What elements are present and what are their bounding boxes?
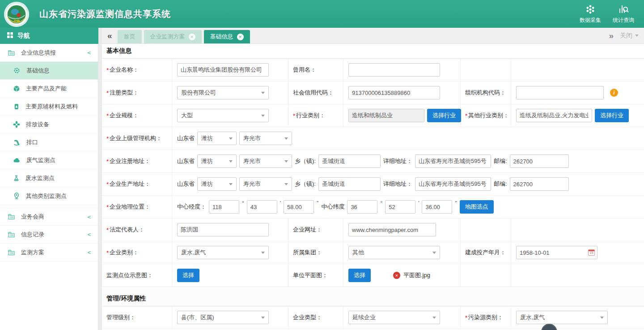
collapse-chevron-icon[interactable]: <	[87, 249, 91, 256]
collapse-chevron-icon[interactable]: <	[87, 214, 91, 220]
enterprise-type-select[interactable]: 延续企业	[348, 311, 440, 324]
unit-label: °	[242, 200, 244, 206]
plan-select-button[interactable]: 选择	[348, 269, 371, 282]
latitude-deg-input[interactable]	[347, 200, 377, 214]
close-tab-icon[interactable]: ×	[237, 34, 244, 40]
pollution-source-select[interactable]: 废水,废气	[516, 311, 608, 324]
former-name-input[interactable]	[348, 63, 440, 77]
sidebar-item-enterprise-info[interactable]: 企业信息填报<	[0, 44, 98, 62]
select-value: 股份有限公司	[181, 89, 216, 97]
required-marker: *	[106, 181, 109, 188]
parent-org-city-select[interactable]: 潍坊	[197, 132, 237, 145]
latitude-sec-input[interactable]	[422, 200, 452, 214]
group-select[interactable]: 其他	[348, 246, 440, 259]
credit-code-input[interactable]	[348, 86, 440, 99]
chevron-down-icon	[261, 252, 265, 254]
tabs-scroll-left-icon[interactable]: «	[107, 31, 112, 40]
calendar-icon[interactable]: 15	[588, 249, 595, 256]
company-name-input[interactable]	[177, 63, 269, 77]
sidebar-item-gas-points[interactable]: 废气监测点	[0, 151, 98, 169]
sidebar-item-water-points[interactable]: 废水监测点	[0, 169, 98, 187]
field-label: 建成投产年月：	[461, 241, 511, 264]
label-text: 行业类别：	[296, 111, 325, 120]
field-label	[461, 264, 511, 287]
longitude-deg-input[interactable]	[209, 200, 239, 214]
org-code-input[interactable]	[516, 86, 604, 99]
collapse-chevron-icon[interactable]: <	[87, 231, 91, 238]
registration-type-select[interactable]: 股份有限公司	[177, 86, 269, 99]
collapse-chevron-icon[interactable]: <	[87, 49, 91, 56]
field-cell	[511, 219, 644, 241]
company-category-select[interactable]: 废水,废气	[177, 246, 269, 259]
close-menu-label: 关闭	[620, 32, 632, 40]
chevron-down-icon	[261, 115, 265, 117]
field-label: *注册类型：	[102, 81, 172, 104]
field-label: *行业类别：	[288, 104, 343, 127]
sidebar-item-other-points[interactable]: 其他类别监测点	[0, 187, 98, 205]
inline-label: 乡（镇):	[295, 180, 316, 188]
sidebar-item-info-records[interactable]: 信息记录<	[0, 226, 98, 244]
tab-bar: « 首页企业监测方案×基础信息× » 关闭	[102, 28, 644, 44]
plan-file-item: ×平面图.jpg	[393, 271, 430, 279]
org-code-info-icon[interactable]: i	[610, 89, 618, 97]
field-label: *企业注册地址：	[102, 150, 172, 173]
prod-town-input[interactable]	[318, 177, 381, 191]
operation-date-input[interactable]	[516, 246, 597, 259]
sidebar-item-business-consult[interactable]: 业务会商<	[0, 208, 98, 226]
tab-enterprise-plan[interactable]: 企业监测方案×	[144, 30, 202, 43]
sidebar-item-materials[interactable]: 主要原辅材料及燃料	[0, 98, 98, 116]
prod-city-select[interactable]: 潍坊	[197, 177, 237, 191]
industry-category-input[interactable]	[348, 109, 424, 122]
reg-zip-input[interactable]	[510, 154, 569, 168]
reg-city-select[interactable]: 潍坊	[197, 154, 237, 168]
field-cell: 选择行业	[511, 104, 644, 127]
management-level-select[interactable]: 县(市、区属)	[177, 311, 269, 324]
latitude-min-input[interactable]	[385, 200, 415, 214]
sidebar-item-equipment[interactable]: 排放设备	[0, 116, 98, 133]
prod-detail-address-input[interactable]	[415, 177, 491, 191]
close-tab-icon[interactable]: ×	[189, 34, 195, 40]
inline-label: 中心纬度	[321, 203, 344, 211]
remove-file-icon[interactable]: ×	[393, 272, 400, 279]
map-pick-button[interactable]: 地图选点	[460, 200, 494, 214]
sidebar-item-outlets[interactable]: 排口	[0, 133, 98, 151]
select-industry-button[interactable]: 选择行业	[427, 109, 461, 122]
chevron-down-icon	[229, 160, 233, 163]
longitude-sec-input[interactable]	[284, 200, 314, 214]
label-text: 所属集团：	[293, 249, 322, 257]
field-cell: 山东省潍坊寿光市乡（镇):详细地址：邮编:	[172, 173, 644, 196]
legal-representative-input[interactable]	[177, 223, 269, 236]
field-cell: 废水,废气	[511, 306, 644, 329]
required-marker: *	[106, 90, 109, 96]
field-cell: 选择	[172, 264, 288, 287]
tab-home[interactable]: 首页	[118, 30, 142, 43]
sidebar-item-basic-info[interactable]: 基础信息	[0, 62, 98, 80]
field-label: 管理级别：	[102, 306, 172, 329]
label-text: 企业网址：	[293, 226, 322, 234]
reg-town-input[interactable]	[318, 154, 381, 168]
prod-zip-input[interactable]	[510, 177, 569, 191]
reg-detail-address-input[interactable]	[415, 154, 491, 168]
other-industry-input[interactable]	[516, 109, 592, 122]
sidebar-item-monitor-plan[interactable]: 监测方案<	[0, 244, 98, 261]
monitor-sketch-select-button[interactable]: 选择	[177, 269, 199, 282]
file-name: 平面图.jpg	[403, 271, 430, 279]
close-menu-button[interactable]: 关闭	[620, 32, 639, 40]
select-other-industry-button[interactable]: 选择行业	[595, 109, 629, 122]
company-scale-select[interactable]: 大型	[177, 109, 269, 122]
cloud-icon	[13, 157, 21, 164]
stats-query-button[interactable]: 统计查询	[613, 4, 634, 24]
required-marker: *	[106, 158, 109, 165]
data-collect-button[interactable]: 数据采集	[580, 4, 601, 24]
tab-basic-info[interactable]: 基础信息×	[204, 30, 250, 43]
longitude-min-input[interactable]	[247, 200, 277, 214]
tabs-scroll-right-icon[interactable]: »	[609, 31, 614, 40]
sidebar-item-products[interactable]: 主要产品及产能	[0, 80, 98, 98]
reg-county-select[interactable]: 寿光市	[239, 154, 292, 168]
parent-org-county-select[interactable]: 寿光市	[239, 132, 292, 145]
field-label: *污染源类别：	[461, 306, 511, 329]
website-input[interactable]	[348, 223, 436, 236]
prod-county-select[interactable]: 寿光市	[239, 177, 292, 191]
field-cell: 选择×平面图.jpg	[343, 264, 461, 287]
select-value: 潍坊	[201, 157, 213, 165]
